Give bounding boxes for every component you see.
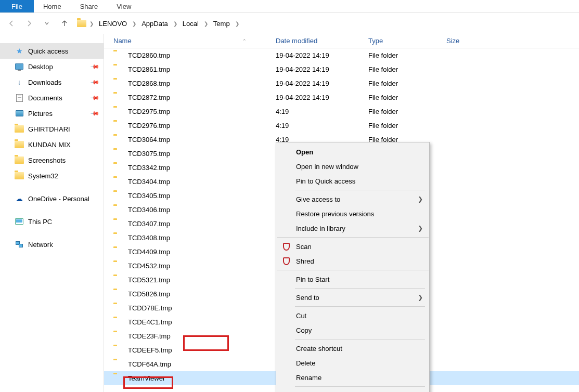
- breadcrumb-item[interactable]: LENOVO: [97, 19, 129, 29]
- menu-properties[interactable]: Properties: [276, 388, 429, 392]
- chevron-right-icon: ❯: [418, 294, 423, 301]
- sidebar-label: System32: [28, 172, 58, 180]
- menu-include-in-library[interactable]: Include in library❯: [276, 221, 429, 236]
- breadcrumb-item[interactable]: Temp: [211, 19, 232, 29]
- pin-icon: 📌: [89, 77, 99, 87]
- menu-separator: [277, 270, 429, 270]
- file-row[interactable]: TCD2976.tmp4:19File folder: [104, 119, 579, 133]
- column-type[interactable]: Type: [368, 37, 446, 45]
- menu-send-to[interactable]: Send to❯: [276, 290, 429, 305]
- sidebar-item-this-pc[interactable]: This PC: [0, 214, 104, 229]
- menu-separator: [295, 306, 425, 307]
- shield-icon: [281, 256, 291, 266]
- sidebar-item-downloads[interactable]: ↓ Downloads 📌: [0, 74, 104, 90]
- menu-scan[interactable]: Scan: [276, 239, 429, 254]
- menu-label: Include in library: [296, 225, 345, 232]
- sidebar-item-folder[interactable]: KUNDAN MIX: [0, 137, 104, 152]
- chevron-right-icon: ❯: [418, 225, 423, 232]
- menu-delete[interactable]: Delete: [276, 356, 429, 370]
- home-tab[interactable]: Home: [34, 0, 71, 12]
- file-row[interactable]: TCD2868.tmp19-04-2022 14:19File folder: [104, 76, 579, 90]
- sidebar-item-network[interactable]: Network: [0, 237, 104, 252]
- sidebar-label: GHIRTDHARI: [28, 125, 70, 133]
- file-row[interactable]: TCD2975.tmp4:19File folder: [104, 104, 579, 119]
- sidebar-item-folder[interactable]: GHIRTDHARI: [0, 121, 104, 137]
- share-tab[interactable]: Share: [71, 0, 108, 12]
- menu-pin-to-start[interactable]: Pin to Start: [276, 272, 429, 286]
- sidebar-item-documents[interactable]: Documents 📌: [0, 90, 104, 106]
- file-name: TCD3405.tmp: [128, 192, 276, 200]
- folder-icon: [113, 66, 124, 74]
- menu-pin-quick-access[interactable]: Pin to Quick access: [276, 174, 429, 188]
- menu-cut[interactable]: Cut: [276, 308, 429, 323]
- file-name: TCD2872.tmp: [128, 94, 276, 101]
- sidebar-item-pictures[interactable]: Pictures 📌: [0, 106, 104, 121]
- menu-create-shortcut[interactable]: Create shortcut: [276, 341, 429, 356]
- file-name: TCD3406.tmp: [128, 206, 276, 214]
- download-icon: ↓: [15, 78, 24, 86]
- file-type: File folder: [368, 66, 446, 73]
- recent-dropdown[interactable]: [40, 16, 54, 31]
- breadcrumb-item[interactable]: Local: [181, 19, 201, 29]
- up-button[interactable]: [57, 16, 72, 31]
- column-date[interactable]: Date modified: [276, 37, 368, 45]
- folder-icon: [15, 156, 24, 164]
- file-row[interactable]: TCD2861.tmp19-04-2022 14:19File folder: [104, 62, 579, 76]
- sidebar-item-desktop[interactable]: Desktop 📌: [0, 59, 104, 74]
- breadcrumb[interactable]: ❯ LENOVO ❯ AppData ❯ Local ❯ Temp ❯: [75, 16, 575, 31]
- sidebar-label: OneDrive - Personal: [28, 195, 89, 203]
- sidebar-item-onedrive[interactable]: ☁ OneDrive - Personal: [0, 191, 104, 206]
- column-label: Name: [113, 37, 132, 45]
- file-row[interactable]: TCD2872.tmp19-04-2022 14:19File folder: [104, 90, 579, 104]
- folder-icon: [113, 304, 124, 312]
- sidebar-label: KUNDAN MIX: [28, 141, 71, 149]
- chevron-right-icon: ❯: [233, 21, 241, 27]
- pin-icon: 📌: [89, 61, 99, 71]
- menu-rename[interactable]: Rename: [276, 370, 429, 385]
- file-tab[interactable]: File: [0, 0, 34, 12]
- pc-icon: [15, 217, 24, 226]
- sidebar-item-folder[interactable]: System32: [0, 168, 104, 184]
- folder-icon: [113, 248, 124, 256]
- folder-icon: [113, 332, 124, 341]
- chevron-right-icon: ❯: [130, 21, 138, 27]
- folder-icon: [15, 125, 24, 133]
- shield-icon: [281, 242, 291, 251]
- chevron-right-icon: ❯: [418, 195, 423, 203]
- sidebar-label: Screenshots: [28, 156, 66, 164]
- forward-button[interactable]: [22, 16, 36, 31]
- folder-icon: [15, 140, 24, 149]
- folder-icon: [113, 192, 124, 200]
- folder-icon: [113, 220, 124, 228]
- cloud-icon: ☁: [15, 194, 24, 203]
- chevron-right-icon: ❯: [87, 21, 96, 27]
- menu-shred[interactable]: Shred: [276, 254, 429, 268]
- file-row[interactable]: TCD2860.tmp19-04-2022 14:19File folder: [104, 48, 579, 62]
- file-name: TCDE23F.tmp: [128, 332, 276, 340]
- folder-icon: [113, 206, 124, 214]
- monitor-icon: [15, 62, 24, 71]
- chevron-right-icon: ❯: [171, 21, 179, 27]
- back-button[interactable]: [4, 16, 19, 31]
- column-size[interactable]: Size: [446, 37, 498, 45]
- folder-icon: [113, 178, 124, 186]
- folder-icon: [77, 20, 86, 27]
- context-menu: Open Open in new window Pin to Quick acc…: [276, 142, 430, 392]
- view-tab[interactable]: View: [107, 0, 140, 12]
- file-name: TCDEEF5.tmp: [128, 346, 276, 354]
- breadcrumb-item[interactable]: AppData: [139, 19, 170, 29]
- menu-open-new-window[interactable]: Open in new window: [276, 159, 429, 174]
- file-name: TCD3408.tmp: [128, 234, 276, 242]
- pin-icon: 📌: [89, 108, 99, 118]
- menu-copy[interactable]: Copy: [276, 323, 429, 337]
- menu-restore-previous[interactable]: Restore previous versions: [276, 206, 429, 221]
- star-icon: ★: [15, 47, 24, 55]
- menu-label: Shred: [296, 257, 314, 265]
- pin-icon: 📌: [89, 93, 99, 102]
- quick-access[interactable]: ★ Quick access: [0, 43, 104, 59]
- sidebar-item-folder[interactable]: Screenshots: [0, 152, 104, 168]
- menu-open[interactable]: Open: [276, 145, 429, 159]
- folder-icon: [113, 276, 124, 284]
- column-name[interactable]: Name ⌃: [113, 37, 276, 45]
- menu-give-access-to[interactable]: Give access to❯: [276, 192, 429, 206]
